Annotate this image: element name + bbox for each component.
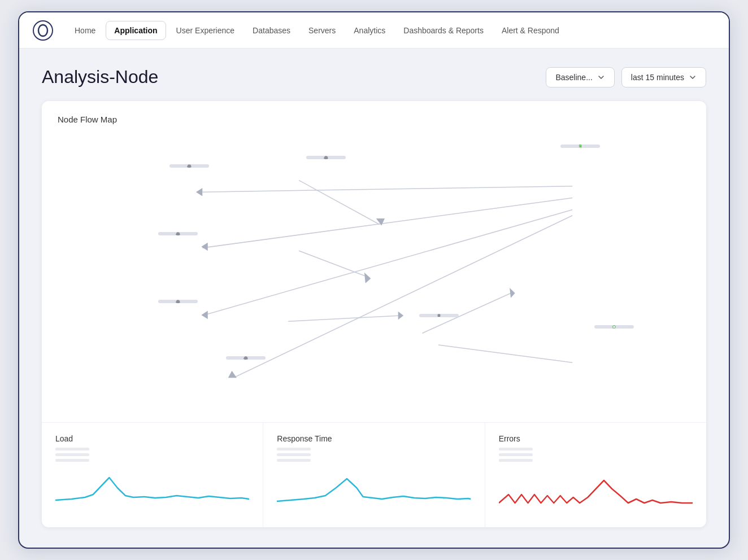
svg-line-5 — [202, 209, 572, 315]
svg-point-0 — [33, 21, 53, 40]
svg-marker-6 — [201, 311, 207, 320]
svg-marker-15 — [510, 288, 515, 298]
svg-marker-13 — [364, 273, 371, 283]
server-node: P P — [560, 145, 600, 148]
nav-menu: HomeApplicationUser ExperienceDatabasesS… — [67, 21, 567, 40]
svg-marker-2 — [196, 188, 202, 196]
svg-point-29 — [176, 300, 179, 302]
cloud-node-2 — [158, 232, 198, 235]
time-dropdown[interactable]: last 15 minutes — [621, 67, 706, 88]
response-time-chart-title: Response Time — [277, 434, 471, 443]
nav-item-home[interactable]: Home — [67, 21, 103, 40]
nav-item-analytics[interactable]: Analytics — [346, 21, 393, 40]
errors-chart-svg — [499, 466, 693, 511]
errors-chart-panel: Errors — [485, 423, 706, 527]
header-controls: Baseline... last 15 minutes — [546, 67, 706, 88]
svg-point-37 — [324, 156, 327, 158]
load-chart-panel: Load — [42, 423, 263, 527]
svg-line-1 — [202, 186, 572, 192]
response-chart-svg — [277, 466, 471, 511]
svg-point-21 — [188, 164, 190, 167]
svg-point-40 — [438, 316, 441, 317]
svg-line-10 — [299, 180, 379, 224]
svg-line-7 — [234, 216, 572, 377]
svg-point-25 — [176, 232, 179, 234]
cloud-node-4 — [226, 356, 266, 360]
flow-lines-svg — [58, 133, 690, 415]
page-header: Analysis-Node Baseline... last 15 minute… — [42, 67, 706, 88]
nav-item-dashboards-&-reports[interactable]: Dashboards & Reports — [395, 21, 492, 40]
node-flow-map: P P — [58, 133, 690, 415]
node-flow-title: Node Flow Map — [58, 115, 690, 124]
nav-item-alert-&-respond[interactable]: Alert & Respond — [494, 21, 567, 40]
card-body: Node Flow Map — [42, 101, 706, 415]
cloud-node-top — [306, 156, 346, 159]
load-axis-lines — [55, 448, 249, 462]
baseline-dropdown[interactable]: Baseline... — [546, 67, 614, 88]
svg-line-3 — [202, 198, 572, 248]
app-frame: HomeApplicationUser ExperienceDatabasesS… — [18, 11, 730, 549]
svg-point-41 — [438, 315, 441, 316]
response-axis-lines — [277, 448, 471, 462]
load-chart-svg — [55, 466, 249, 511]
cloud-node-3 — [158, 300, 198, 303]
svg-line-16 — [288, 316, 401, 321]
charts-row: Load Response Time — [42, 422, 706, 527]
svg-line-12 — [299, 251, 368, 277]
search-ring-node: Py P — [594, 325, 634, 329]
top-nav: HomeApplicationUser ExperienceDatabasesS… — [19, 12, 729, 49]
svg-point-48 — [579, 147, 580, 147]
errors-chart-title: Errors — [499, 434, 693, 443]
nav-item-databases[interactable]: Databases — [245, 21, 298, 40]
main-content: Analysis-Node Baseline... last 15 minute… — [19, 49, 729, 548]
logo[interactable] — [33, 20, 53, 41]
svg-line-9 — [438, 345, 572, 362]
svg-marker-4 — [201, 243, 207, 251]
response-time-chart-panel: Response Time — [263, 423, 485, 527]
nav-item-user-experience[interactable]: User Experience — [168, 21, 243, 40]
nav-item-application[interactable]: Application — [106, 21, 166, 40]
svg-marker-17 — [398, 312, 403, 320]
svg-marker-8 — [228, 371, 237, 378]
errors-axis-lines — [499, 448, 693, 462]
svg-point-33 — [244, 356, 247, 358]
page-title: Analysis-Node — [42, 67, 158, 88]
db-node — [419, 314, 459, 317]
svg-point-53 — [614, 326, 614, 327]
load-chart-title: Load — [55, 434, 249, 443]
svg-line-14 — [422, 292, 513, 333]
nav-item-servers[interactable]: Servers — [301, 21, 343, 40]
main-card: Node Flow Map — [42, 101, 706, 527]
cloud-node-1 — [169, 164, 209, 168]
